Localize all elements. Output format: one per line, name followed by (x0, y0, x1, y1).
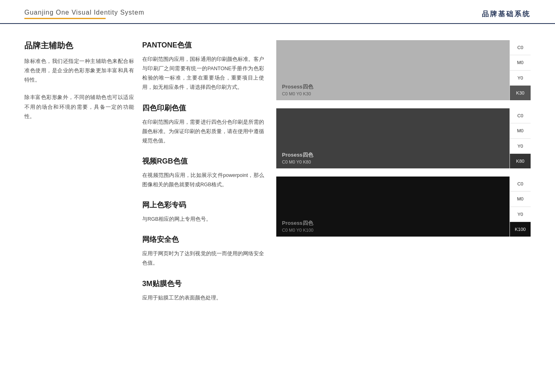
mid-body-2: 在视频范围内应用，比如展示文件powerpoint，那么图像相关的颜色就要转成R… (142, 171, 264, 190)
swatch-k100-label: Prosess四色 (282, 220, 504, 227)
left-para2: 除丰富色彩形象外，不同的辅助色也可以适应不用的场合和环境的需要，具备一定的功能性… (24, 93, 134, 121)
mid-section-2: 视频RGB色值 在视频范围内应用，比如展示文件powerpoint，那么图像相关… (142, 156, 264, 190)
cmyk-k30-m: M0 (510, 55, 531, 70)
header-underline (24, 18, 106, 19)
swatch-k100: Prosess四色 C0 M0 Y0 K100 (276, 177, 509, 237)
brand-label: 品牌基础系统 (482, 9, 531, 19)
mid-title-5: 3M贴膜色号 (142, 279, 264, 290)
swatch-k30: Prosess四色 C0 M0 Y0 K30 (276, 40, 509, 100)
header-title: Guanjing One Visual Identity System (24, 9, 144, 16)
swatch-k80-label: Prosess四色 (282, 151, 504, 159)
middle-column: PANTONE色值 在印刷范围内应用，国标通用的印刷颜色标准。客户与印刷厂之间需… (142, 40, 276, 313)
cmyk-k30-k: K30 (510, 86, 531, 100)
cmyk-k80-y: Y0 (510, 139, 531, 154)
cmyk-k100-y: Y0 (510, 207, 531, 222)
left-section-title: 品牌主辅助色 (24, 40, 134, 51)
swatch-row-k80: Prosess四色 C0 M0 Y0 K80 C0 M0 Y0 K80 (276, 108, 531, 168)
cmyk-k100-m: M0 (510, 192, 531, 207)
right-column: Prosess四色 C0 M0 Y0 K30 C0 M0 Y0 K30 Pros… (276, 40, 531, 313)
swatch-row-k100: Prosess四色 C0 M0 Y0 K100 C0 M0 Y0 K100 (276, 177, 531, 237)
swatch-k80-sub: C0 M0 Y0 K80 (282, 159, 504, 164)
mid-body-5: 应用于贴膜工艺的表面颜色处理。 (142, 293, 264, 303)
main-content: 品牌主辅助色 除标准色，我们还指定一种主辅助色来配合标准色使用，是企业的色彩形象… (0, 24, 555, 325)
swatch-row-k30: Prosess四色 C0 M0 Y0 K30 C0 M0 Y0 K30 (276, 40, 531, 100)
cmyk-k100-c: C0 (510, 177, 531, 192)
cmyk-k80-k: K80 (510, 154, 531, 168)
header-left: Guanjing One Visual Identity System (24, 9, 144, 19)
mid-body-3: 与RGB相应的网上专用色号。 (142, 215, 264, 224)
page-header: Guanjing One Visual Identity System 品牌基础… (0, 0, 555, 24)
cmyk-k80-m: M0 (510, 123, 531, 138)
mid-section-1: 四色印刷色值 在印刷范围内应用，需要进行四色分色印刷是所需的颜色标准。为保证印刷… (142, 103, 264, 146)
cmyk-col-k100: C0 M0 Y0 K100 (509, 177, 531, 237)
mid-title-1: 四色印刷色值 (142, 103, 264, 114)
cmyk-k30-y: Y0 (510, 71, 531, 86)
mid-title-0: PANTONE色值 (142, 40, 264, 52)
mid-section-3: 网上色彩专码 与RGB相应的网上专用色号。 (142, 200, 264, 224)
mid-title-3: 网上色彩专码 (142, 200, 264, 211)
mid-body-1: 在印刷范围内应用，需要进行四色分色印刷是所需的颜色标准。为保证印刷的色彩质量，请… (142, 118, 264, 146)
mid-title-2: 视频RGB色值 (142, 156, 264, 168)
swatch-k30-label: Prosess四色 (282, 83, 504, 90)
mid-section-5: 3M贴膜色号 应用于贴膜工艺的表面颜色处理。 (142, 279, 264, 303)
left-para1: 除标准色，我们还指定一种主辅助色来配合标准色使用，是企业的色彩形象更加丰富和具有… (24, 57, 134, 85)
cmyk-col-k80: C0 M0 Y0 K80 (509, 108, 531, 168)
cmyk-k100-k: K100 (510, 222, 531, 237)
cmyk-k80-c: C0 (510, 108, 531, 123)
mid-section-4: 网络安全色 应用于网页时为了达到视觉的统一而使用的网络安全色值。 (142, 235, 264, 268)
cmyk-col-k30: C0 M0 Y0 K30 (509, 40, 531, 100)
mid-body-0: 在印刷范围内应用，国标通用的印刷颜色标准。客户与印刷厂之间需要有统一的PANTO… (142, 55, 264, 93)
swatch-k30-sub: C0 M0 Y0 K30 (282, 91, 504, 96)
mid-title-4: 网络安全色 (142, 235, 264, 246)
mid-body-4: 应用于网页时为了达到视觉的统一而使用的网络安全色值。 (142, 249, 264, 268)
mid-section-0: PANTONE色值 在印刷范围内应用，国标通用的印刷颜色标准。客户与印刷厂之间需… (142, 40, 264, 93)
swatch-k100-sub: C0 M0 Y0 K100 (282, 228, 504, 233)
left-column: 品牌主辅助色 除标准色，我们还指定一种主辅助色来配合标准色使用，是企业的色彩形象… (24, 40, 142, 313)
cmyk-k30-c: C0 (510, 40, 531, 55)
swatch-k80: Prosess四色 C0 M0 Y0 K80 (276, 108, 509, 168)
